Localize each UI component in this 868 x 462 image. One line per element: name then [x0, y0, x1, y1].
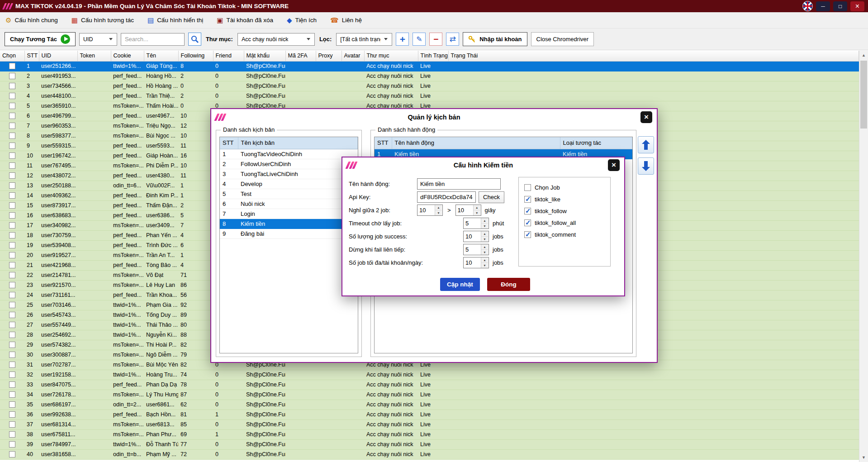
- account-row[interactable]: 38 user675811... msToken=... Phan Phư...…: [0, 429, 859, 439]
- account-row[interactable]: 1 user251266... ttwid=1%... Giáp Tùng...…: [0, 61, 859, 71]
- close-chromedriver-button[interactable]: Close Chromedriver: [531, 32, 594, 46]
- account-row[interactable]: 4 user448100... perf_feed... Trần Thiệ..…: [0, 91, 859, 101]
- row-checkbox[interactable]: [9, 352, 15, 358]
- row-checkbox[interactable]: [9, 302, 15, 308]
- job-checkbox-item[interactable]: tiktok_follow_all: [524, 217, 610, 229]
- close-window-button[interactable]: ×: [850, 1, 864, 11]
- script-row[interactable]: 4 Develop: [220, 179, 358, 189]
- col-header-ma-2fa[interactable]: Mã 2FA: [285, 51, 316, 61]
- script-row[interactable]: 5 Test: [220, 189, 358, 199]
- scroll-down-icon[interactable]: ▼: [859, 453, 868, 462]
- stop-on-fail-stepper[interactable]: [463, 244, 489, 255]
- col-header-proxy[interactable]: Proxy: [316, 51, 342, 61]
- row-checkbox[interactable]: [9, 372, 15, 378]
- col-header-ten[interactable]: Tên: [144, 51, 178, 61]
- row-checkbox[interactable]: [9, 322, 15, 328]
- scripts-col-stt[interactable]: STT: [220, 137, 238, 149]
- row-checkbox[interactable]: [9, 252, 15, 258]
- col-header-following[interactable]: Following: [178, 51, 213, 61]
- account-row[interactable]: 34 user726178... msToken=... Lý Thu Hưng…: [0, 390, 859, 400]
- row-checkbox[interactable]: [9, 63, 15, 69]
- rest-max-input[interactable]: [456, 205, 473, 215]
- col-header-friend[interactable]: Friend: [213, 51, 244, 61]
- row-checkbox[interactable]: [9, 232, 15, 238]
- checkbox-icon[interactable]: [524, 231, 531, 238]
- move-down-button[interactable]: [638, 157, 654, 175]
- actions-col-stt[interactable]: STT: [375, 137, 392, 149]
- add-folder-button[interactable]: +: [396, 33, 409, 46]
- row-checkbox[interactable]: [9, 272, 15, 278]
- script-dialog-titlebar[interactable]: Quản lý kịch bản ×: [211, 109, 657, 125]
- row-checkbox[interactable]: [9, 411, 15, 418]
- move-up-button[interactable]: [638, 136, 654, 153]
- uid-combobox[interactable]: UID: [79, 33, 117, 46]
- row-checkbox[interactable]: [9, 123, 15, 129]
- action-name-input[interactable]: [417, 178, 501, 190]
- row-checkbox[interactable]: [9, 202, 15, 209]
- col-header-thu-muc[interactable]: Thư mục: [364, 51, 418, 61]
- row-checkbox[interactable]: [9, 113, 15, 119]
- script-row[interactable]: 3 TuongTacLiveChiDinh: [220, 169, 358, 179]
- row-checkbox[interactable]: [9, 401, 15, 408]
- stepper-arrows-icon[interactable]: [481, 257, 488, 268]
- job-success-input[interactable]: [464, 231, 481, 242]
- col-header-token[interactable]: Token: [77, 51, 111, 61]
- config-dialog-close-button[interactable]: ×: [608, 159, 620, 171]
- folder-combobox[interactable]: Acc chạy nuôi nick: [237, 33, 315, 46]
- scrollbar-thumb[interactable]: [860, 61, 867, 129]
- row-checkbox[interactable]: [9, 282, 15, 288]
- row-checkbox[interactable]: [9, 342, 15, 348]
- search-button[interactable]: [188, 33, 201, 46]
- job-checkbox-item[interactable]: tiktok_like: [524, 193, 610, 205]
- max-jobs-stepper[interactable]: [463, 257, 489, 268]
- account-row[interactable]: 32 user192158... ttwid=1%... Hoàng Tru..…: [0, 370, 859, 380]
- search-input[interactable]: [121, 33, 185, 46]
- row-checkbox[interactable]: [9, 292, 15, 298]
- row-checkbox[interactable]: [9, 441, 15, 448]
- stepper-arrows-icon[interactable]: [481, 218, 488, 229]
- menu-item-tai-khoan-da-xoa[interactable]: ▣ Tài khoản đã xóa: [217, 17, 273, 24]
- menu-item-cau-hinh-hien-thi[interactable]: ▤ Cấu hình hiển thị: [147, 17, 203, 24]
- col-header-tinh-trang[interactable]: Tình Trạng: [418, 51, 448, 61]
- api-key-input[interactable]: [417, 191, 476, 203]
- language-flag-icon[interactable]: [802, 1, 813, 11]
- row-checkbox[interactable]: [9, 242, 15, 248]
- row-checkbox[interactable]: [9, 421, 15, 428]
- account-row[interactable]: 33 user847075... perf_feed... Phan Dạ Dạ…: [0, 380, 859, 390]
- row-checkbox[interactable]: [9, 192, 15, 199]
- row-checkbox[interactable]: [9, 451, 15, 457]
- job-success-stepper[interactable]: [463, 231, 489, 242]
- rest-min-stepper[interactable]: [417, 205, 443, 216]
- rest-max-stepper[interactable]: [455, 205, 481, 216]
- actions-col-type[interactable]: Loại tương tác: [560, 137, 632, 149]
- stepper-arrows-icon[interactable]: [435, 205, 442, 215]
- account-row[interactable]: 37 user681314... msToken=... user6813...…: [0, 419, 859, 429]
- checkbox-icon[interactable]: [524, 184, 531, 191]
- run-interaction-button[interactable]: Chạy Tương Tác: [5, 32, 76, 46]
- timeout-input[interactable]: [464, 218, 481, 229]
- row-checkbox[interactable]: [9, 212, 15, 219]
- minimize-button[interactable]: ─: [816, 1, 830, 11]
- filter-combobox[interactable]: [Tất cả tình trạng]: [336, 33, 392, 46]
- actions-col-name[interactable]: Tên hành động: [392, 137, 560, 149]
- maximize-button[interactable]: □: [833, 1, 847, 11]
- stop-on-fail-input[interactable]: [464, 244, 481, 255]
- col-header-trang-thai[interactable]: Trạng Thái: [448, 51, 859, 61]
- vertical-scrollbar[interactable]: ▲ ▼: [859, 51, 868, 462]
- menu-item-tien-ich[interactable]: ◆ Tiện ích: [287, 17, 317, 24]
- script-row[interactable]: 7 Login: [220, 209, 358, 219]
- script-dialog-close-button[interactable]: ×: [640, 111, 652, 123]
- checkbox-icon[interactable]: [524, 219, 531, 226]
- row-checkbox[interactable]: [9, 362, 15, 368]
- col-header-chon[interactable]: Chọn: [0, 51, 24, 61]
- col-header-uid[interactable]: UID: [39, 51, 77, 61]
- row-checkbox[interactable]: [9, 182, 15, 189]
- max-jobs-input[interactable]: [464, 257, 481, 268]
- account-row[interactable]: 3 user734566... perf_feed... Hồ Hoàng ..…: [0, 81, 859, 91]
- checkbox-icon[interactable]: [524, 208, 531, 214]
- account-row[interactable]: 2 user491953... perf_feed... Hoàng Hồ...…: [0, 71, 859, 81]
- config-dialog-titlebar[interactable]: Cấu hình Kiếm tiền ×: [342, 157, 624, 173]
- script-row[interactable]: 9 Đăng bài: [220, 229, 358, 238]
- stepper-arrows-icon[interactable]: [481, 231, 488, 242]
- checkbox-icon[interactable]: [524, 196, 531, 203]
